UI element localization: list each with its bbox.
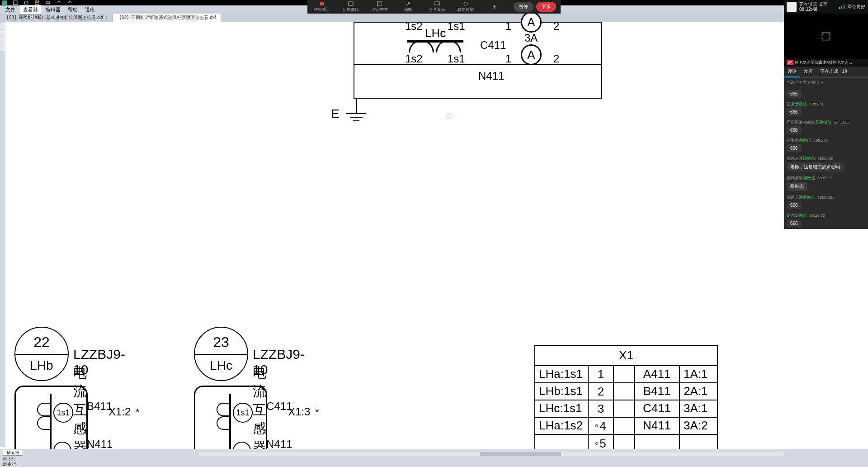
- horizontal-scrollbar[interactable]: [199, 452, 784, 456]
- meet-share-screen[interactable]: 分享桌面: [423, 0, 452, 14]
- svg-point-7: [464, 2, 467, 5]
- terminal-label: X1:2: [108, 405, 131, 418]
- expand-icon: [820, 30, 832, 42]
- menu-file[interactable]: 文件: [2, 5, 19, 14]
- menu-editor[interactable]: 编辑器: [42, 5, 64, 14]
- label-2: 2: [553, 21, 559, 32]
- chat-message: 逆袭@微信 19:10:32666: [784, 211, 868, 229]
- meet-pause[interactable]: 暂停: [514, 2, 533, 12]
- drawing-canvas[interactable]: 1s2 1s1 1 2 LHc A C411 3A A 1s2 1s1 1 2 …: [5, 22, 868, 452]
- table-row: LHb:1s12B4112A:1: [535, 383, 717, 400]
- star-icon: *: [315, 406, 319, 418]
- label-1-b: 1: [505, 53, 511, 64]
- gutter-stub[interactable]: [0, 30, 5, 36]
- label-c411: C411: [480, 40, 506, 51]
- chat-message: 怀念那最初的纯真@微信 18:53:31666: [784, 118, 868, 136]
- loading-spinner-icon: ◌: [446, 112, 452, 119]
- app-icon: [2, 0, 7, 5]
- meeting-toolbar: 结束演示 切换窗口 演示PPT 截断 分享桌面 精彩时刻 暂停 下课: [307, 0, 561, 14]
- tab-comments[interactable]: 评论: [784, 67, 800, 77]
- label-2-b: 2: [553, 53, 559, 64]
- meet-stop-share[interactable]: 结束演示: [307, 0, 336, 14]
- meet-ppt[interactable]: 演示PPT: [365, 0, 394, 14]
- ammeter-mid: A: [521, 44, 542, 65]
- star-icon: *: [136, 406, 140, 418]
- svg-rect-2: [46, 2, 50, 4]
- tab-doc-2[interactable]: 【02】环网柜1#断路器式进线柜原理图怎么看.dxf: [113, 14, 221, 22]
- camera-preview[interactable]: [784, 14, 868, 59]
- model-tab[interactable]: Model: [3, 450, 23, 456]
- gutter-stub[interactable]: [0, 37, 5, 43]
- ammeter-top: A: [521, 12, 542, 33]
- chat-message: 沧海风@微信 19:02:37666: [784, 136, 868, 154]
- avatar[interactable]: [787, 2, 797, 12]
- terminal-label: X1:3: [288, 405, 310, 418]
- chat-message: 暮风若渡@微信 19:10:28666: [784, 193, 868, 211]
- save-icon[interactable]: [34, 0, 40, 5]
- comp-number: 22: [15, 334, 68, 351]
- comp-number: 23: [195, 334, 247, 351]
- chevron-down-icon: ▾: [821, 81, 823, 85]
- meeting-side-panel: 正在演示·桌面 00:12:48 网络良好 讲雄飞培训学院廖老师(雄飞培训...…: [784, 0, 868, 229]
- left-gutter: [0, 22, 5, 447]
- table-row: LHa:1s11A4111A:1: [535, 366, 717, 383]
- redo-icon[interactable]: [67, 0, 72, 5]
- pin-circle: 1s1: [233, 403, 253, 423]
- meet-switch-window[interactable]: 切换窗口: [336, 0, 365, 14]
- label-1s2-b: 1s2: [405, 53, 423, 64]
- tab-speak[interactable]: 发言: [800, 67, 816, 77]
- class-timer: 00:12:48: [799, 7, 836, 12]
- label-1s2: 1s2: [405, 21, 423, 32]
- chat-message: 春风若渡@微信 19:06:19很励志: [784, 173, 868, 193]
- scrollbar-thumb[interactable]: [480, 452, 561, 456]
- label-lhc: LHc: [425, 27, 446, 39]
- menu-help[interactable]: 帮助: [64, 5, 81, 14]
- comment-setting[interactable]: 允许学生发表评论▾: [784, 78, 868, 87]
- svg-rect-3: [320, 2, 324, 5]
- close-icon[interactable]: ×: [105, 15, 108, 20]
- gutter-stub[interactable]: [0, 44, 5, 51]
- table-title: X1: [535, 346, 717, 366]
- gutter-stub[interactable]: [0, 23, 5, 29]
- menu-viewer[interactable]: 查看器: [19, 5, 42, 14]
- document-tabs: 【03】环网柜1#断路器式进线柜接线图怎么看.dxf × 【02】环网柜1#断路…: [0, 14, 868, 22]
- tab-doc-1[interactable]: 【03】环网柜1#断路器式进线柜接线图怎么看.dxf ×: [0, 14, 113, 22]
- pin-circle: 1s1: [53, 403, 73, 423]
- meet-highlight[interactable]: 精彩时刻: [452, 0, 481, 14]
- panel-header: 正在演示·桌面 00:12:48 网络良好: [784, 0, 868, 14]
- network-status: 网络良好: [847, 4, 865, 10]
- open-icon[interactable]: [24, 0, 29, 5]
- tab-label: 【02】环网柜1#断路器式进线柜原理图怎么看.dxf: [117, 14, 216, 21]
- cmd-history: 命令行: [3, 456, 865, 462]
- svg-rect-0: [2, 0, 7, 5]
- tab-attendees[interactable]: 正在上课 · 19: [816, 67, 850, 77]
- chat-message: 666: [784, 87, 868, 100]
- meet-end-class[interactable]: 下课: [536, 2, 556, 12]
- label-3a: 3A: [524, 33, 538, 43]
- new-icon[interactable]: [13, 0, 18, 5]
- signal-icon: [839, 5, 844, 9]
- label-1s1: 1s1: [448, 21, 465, 32]
- table-row: LHa:1s24N4113A:2: [535, 418, 717, 435]
- command-line[interactable]: 命令行 命令行:: [0, 456, 868, 467]
- meet-snip[interactable]: 截断: [394, 0, 423, 14]
- svg-rect-4: [349, 2, 353, 5]
- comp-ref: LHc: [195, 358, 247, 373]
- svg-rect-1: [14, 1, 17, 5]
- print-icon[interactable]: [45, 0, 51, 5]
- presenter-name: 讲雄飞培训学院廖老师(雄飞培训...: [784, 59, 868, 67]
- menu-exit[interactable]: 退出: [81, 5, 99, 14]
- meet-more[interactable]: [480, 0, 509, 14]
- tab-label: 【03】环网柜1#断路器式进线柜接线图怎么看.dxf: [5, 14, 103, 21]
- chat-list[interactable]: 666逆袭@微信 19:02:07666怀念那最初的纯真@微信 18:53:31…: [784, 87, 868, 229]
- cmd-prompt: 命令行:: [3, 462, 865, 467]
- table-row: LHc:1s13C4113A:1: [535, 400, 717, 418]
- label-n411: N411: [478, 71, 504, 81]
- undo-icon[interactable]: [56, 0, 61, 5]
- svg-rect-5: [377, 1, 381, 6]
- chat-message: 春风若渡@微信 19:05:58老师，这是咱们的班歌吗: [784, 154, 868, 173]
- comp-ref: LHb: [15, 358, 68, 373]
- chat-message: 逆袭@微信 19:02:07666: [784, 100, 868, 118]
- panel-tabs: 评论 发言 正在上课 · 19: [784, 67, 868, 78]
- svg-rect-6: [435, 2, 439, 5]
